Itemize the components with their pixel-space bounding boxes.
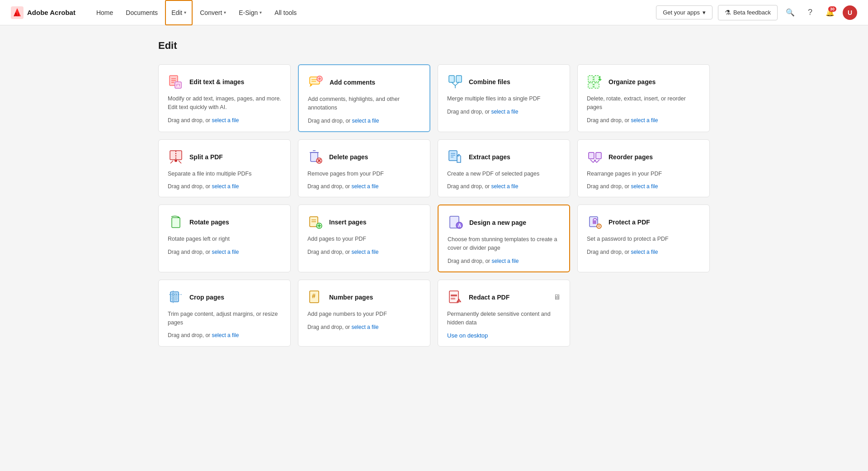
help-button[interactable]: ? xyxy=(803,5,817,20)
svg-point-52 xyxy=(599,226,599,227)
tool-name-redact-pdf: Redact a PDF xyxy=(469,294,509,301)
tool-name-organize-pages: Organize pages xyxy=(609,78,656,86)
tool-action-number-pages: Drag and drop, or select a file xyxy=(307,324,421,330)
app-logo[interactable]: Ai Adobe Acrobat xyxy=(11,6,75,19)
esign-chevron-icon: ▾ xyxy=(259,10,262,15)
tool-desc-edit-text: Modify or add text, images, pages, and m… xyxy=(168,95,281,112)
tool-desc-delete-pages: Remove pages from your PDF xyxy=(307,170,421,178)
tool-card-extract-pages[interactable]: Extract pages Create a new PDF of select… xyxy=(438,139,570,198)
tool-action-combine-files: Drag and drop, or select a file xyxy=(447,109,561,115)
select-file-link-edit-text[interactable]: select a file xyxy=(212,117,239,124)
search-icon: 🔍 xyxy=(786,8,795,17)
nav-esign[interactable]: E-Sign ▾ xyxy=(232,0,268,25)
rotate-pages-icon xyxy=(168,214,184,230)
tool-card-rotate-pages[interactable]: Rotate pages Rotate pages left or right … xyxy=(158,205,291,272)
select-file-link-protect-pdf[interactable]: select a file xyxy=(631,249,658,255)
tool-desc-number-pages: Add page numbers to your PDF xyxy=(307,310,421,319)
select-file-link-design-new-page[interactable]: select a file xyxy=(491,258,519,264)
tool-name-add-comments: Add comments xyxy=(330,79,375,86)
reorder-pages-icon xyxy=(587,149,603,165)
nav-convert[interactable]: Convert ▾ xyxy=(193,0,232,25)
user-avatar[interactable]: U xyxy=(843,5,857,20)
tool-card-insert-pages[interactable]: Insert pages Add pages to your PDF Drag … xyxy=(298,205,430,272)
select-file-link-split-pdf[interactable]: select a file xyxy=(212,183,239,190)
tool-name-design-new-page: Design a new page xyxy=(469,219,526,226)
tool-card-split-pdf[interactable]: Split a PDF Separate a file into multipl… xyxy=(158,139,291,198)
tool-name-edit-text: Edit text & images xyxy=(189,78,244,86)
tool-card-number-pages[interactable]: # Number pages Add page numbers to your … xyxy=(298,280,430,347)
notifications-button[interactable]: 🔔 30 xyxy=(823,5,837,20)
tool-card-redact-pdf[interactable]: Redact a PDF 🖥 Permanently delete sensit… xyxy=(438,280,570,347)
tool-action-insert-pages: Drag and drop, or select a file xyxy=(307,249,421,255)
tool-name-reorder-pages: Reorder pages xyxy=(609,153,653,161)
tool-card-add-comments[interactable]: Add comments Add comments, highlights, a… xyxy=(298,64,430,132)
tool-desc-design-new-page: Choose from stunning templates to create… xyxy=(448,235,560,252)
select-file-link-combine-files[interactable]: select a file xyxy=(491,109,518,115)
tools-grid: Edit text & images Modify or add text, i… xyxy=(158,64,710,347)
tool-card-combine-files[interactable]: Combine files Merge multiple files into … xyxy=(438,64,570,132)
use-on-desktop-link[interactable]: Use on desktop xyxy=(447,332,561,339)
svg-rect-18 xyxy=(588,83,593,88)
svg-text:Ai: Ai xyxy=(14,12,19,17)
nav-all-tools[interactable]: All tools xyxy=(268,0,303,25)
nav-edit[interactable]: Edit ▾ xyxy=(165,0,193,25)
select-file-link-add-comments[interactable]: select a file xyxy=(352,118,379,124)
tool-desc-rotate-pages: Rotate pages left or right xyxy=(168,235,281,243)
tool-desc-extract-pages: Create a new PDF of selected pages xyxy=(447,170,561,178)
header: Ai Adobe Acrobat Home Documents Edit ▾ C… xyxy=(0,0,868,25)
design-new-page-icon: A xyxy=(448,214,464,231)
app-name: Adobe Acrobat xyxy=(27,9,75,16)
tool-card-edit-text-images[interactable]: Edit text & images Modify or add text, i… xyxy=(158,64,291,132)
edit-chevron-icon: ▾ xyxy=(184,10,186,15)
svg-rect-49 xyxy=(593,220,596,224)
svg-text:A: A xyxy=(458,223,461,228)
svg-rect-19 xyxy=(594,83,599,88)
tool-card-delete-pages[interactable]: Delete pages Remove pages from your PDF … xyxy=(298,139,430,198)
get-apps-button[interactable]: Get your apps ▾ xyxy=(656,5,712,19)
search-button[interactable]: 🔍 xyxy=(783,5,797,20)
nav-documents[interactable]: Documents xyxy=(119,0,164,25)
select-file-link-organize-pages[interactable]: select a file xyxy=(631,117,658,124)
svg-rect-6 xyxy=(175,82,181,88)
select-file-link-extract-pages[interactable]: select a file xyxy=(491,183,518,190)
notification-badge: 30 xyxy=(828,6,836,12)
select-file-link-reorder-pages[interactable]: select a file xyxy=(631,183,658,190)
tool-action-organize-pages: Drag and drop, or select a file xyxy=(587,117,700,124)
add-comments-icon xyxy=(308,74,324,90)
tool-name-crop-pages: Crop pages xyxy=(189,294,224,301)
main-content: Edit Edit text & images Modify or add te… xyxy=(140,25,728,361)
tool-action-reorder-pages: Drag and drop, or select a file xyxy=(587,183,700,190)
svg-rect-13 xyxy=(449,76,454,82)
tool-name-combine-files: Combine files xyxy=(469,78,510,86)
select-file-link-insert-pages[interactable]: select a file xyxy=(351,249,378,255)
tool-card-protect-pdf[interactable]: Protect a PDF Set a password to protect … xyxy=(577,205,710,272)
select-file-link-crop-pages[interactable]: select a file xyxy=(212,332,239,338)
select-file-link-rotate-pages[interactable]: select a file xyxy=(212,249,239,255)
tool-card-organize-pages[interactable]: Organize pages Delete, rotate, extract, … xyxy=(577,64,710,132)
tool-desc-organize-pages: Delete, rotate, extract, insert, or reor… xyxy=(587,95,700,112)
svg-text:#: # xyxy=(312,292,316,300)
help-icon: ? xyxy=(808,8,812,17)
combine-files-icon xyxy=(447,74,463,90)
tool-desc-protect-pdf: Set a password to protect a PDF xyxy=(587,235,700,243)
tool-action-rotate-pages: Drag and drop, or select a file xyxy=(168,249,281,255)
tool-action-split-pdf: Drag and drop, or select a file xyxy=(168,183,281,190)
tool-card-crop-pages[interactable]: Crop pages Trim page content, adjust mar… xyxy=(158,280,291,347)
tool-action-design-new-page: Drag and drop, or select a file xyxy=(448,258,560,264)
svg-rect-60 xyxy=(451,295,457,296)
select-file-link-number-pages[interactable]: select a file xyxy=(351,324,378,330)
tool-card-reorder-pages[interactable]: Reorder pages Rearrange pages in your PD… xyxy=(577,139,710,198)
tool-desc-split-pdf: Separate a file into multiple PDFs xyxy=(168,170,281,178)
beta-feedback-button[interactable]: ⚗ Beta feedback xyxy=(718,5,778,20)
select-file-link-delete-pages[interactable]: select a file xyxy=(351,183,378,190)
svg-rect-37 xyxy=(596,152,601,159)
tool-name-number-pages: Number pages xyxy=(329,294,373,301)
svg-rect-16 xyxy=(588,76,593,82)
tool-name-rotate-pages: Rotate pages xyxy=(189,219,229,226)
svg-rect-14 xyxy=(456,76,462,82)
nav-home[interactable]: Home xyxy=(90,0,119,25)
main-nav: Home Documents Edit ▾ Convert ▾ E-Sign ▾… xyxy=(90,0,656,25)
tool-name-protect-pdf: Protect a PDF xyxy=(609,219,650,226)
page-title: Edit xyxy=(158,40,710,52)
tool-card-design-new-page[interactable]: A Design a new page Choose from stunning… xyxy=(438,205,570,272)
